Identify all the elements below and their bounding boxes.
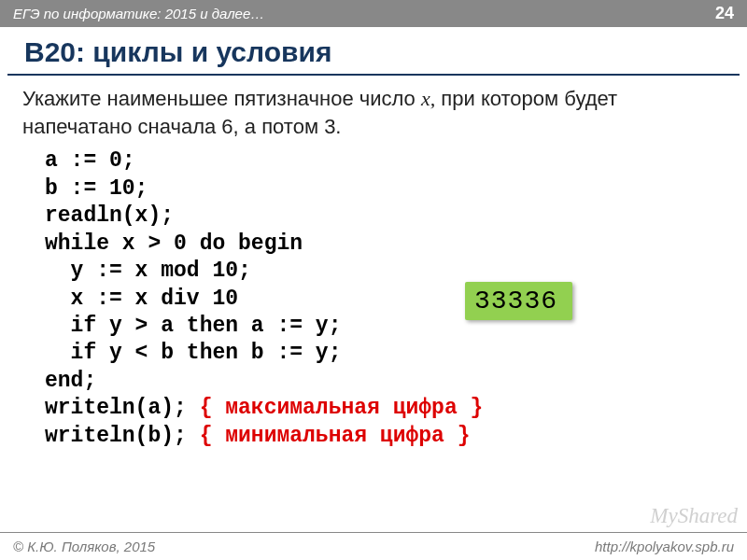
code-line: readln(x); [45, 203, 174, 228]
code-line: b := 10; [45, 176, 148, 201]
footer-bar: © К.Ю. Поляков, 2015 http://kpolyakov.sp… [0, 532, 747, 560]
footer-copyright: © К.Ю. Поляков, 2015 [13, 539, 155, 554]
header-title: ЕГЭ по информатике: 2015 и далее… [13, 6, 264, 21]
code-line: while x > 0 do begin [45, 231, 303, 256]
header-bar: ЕГЭ по информатике: 2015 и далее… 24 [0, 0, 747, 27]
code-comment: { минимальная цифра } [200, 424, 471, 448]
code-line: x := x div 10 [45, 287, 238, 311]
code-line: writeln(a); [45, 396, 200, 420]
code-line: end; [45, 369, 96, 393]
answer-badge: 33336 [465, 282, 572, 320]
footer-url: http://kpolyakov.spb.ru [595, 539, 734, 554]
code-block: a := 0; b := 10; readln(x); while x > 0 … [0, 146, 747, 450]
code-line: a := 0; [45, 148, 135, 173]
code-line: y := x mod 10; [45, 259, 251, 283]
task-text: Укажите наименьшее пятизначное число x, … [0, 76, 747, 146]
code-comment: { максимальная цифра } [200, 396, 484, 420]
code-line: writeln(b); [45, 424, 200, 448]
slide-heading: B20: циклы и условия [7, 27, 740, 76]
task-prefix: Укажите наименьшее пятизначное число [22, 87, 421, 110]
code-line: if y > a then a := y; [45, 314, 341, 338]
task-variable: x, [421, 87, 435, 110]
watermark: MyShared [650, 504, 738, 528]
page-number: 24 [715, 4, 734, 23]
code-line: if y < b then b := y; [45, 341, 341, 365]
